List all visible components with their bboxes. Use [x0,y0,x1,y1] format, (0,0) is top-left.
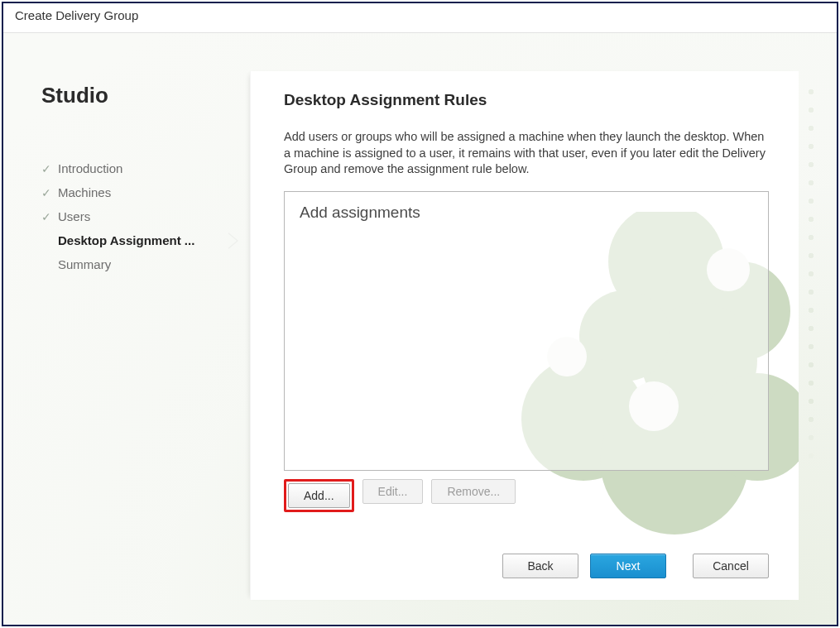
next-button[interactable]: Next [590,554,666,578]
step-users[interactable]: ✓ Users [41,204,225,228]
page-title: Desktop Assignment Rules [284,91,769,109]
check-icon: ✓ [41,163,51,175]
check-icon: ✓ [41,211,51,223]
step-machines[interactable]: ✓ Machines [41,180,225,204]
wizard-sidebar: Studio ✓ Introduction ✓ Machines ✓ Users… [3,33,225,625]
main-panel: Desktop Assignment Rules Add users or gr… [250,71,799,600]
step-label: Introduction [58,161,122,175]
step-introduction[interactable]: ✓ Introduction [41,156,225,180]
page-description: Add users or groups who will be assigned… [284,129,769,178]
step-label: Desktop Assignment ... [58,233,194,247]
studio-heading: Studio [41,83,225,108]
window-title: Create Delivery Group [3,3,837,33]
assignments-listbox[interactable]: Add assignments [284,191,769,471]
step-label: Machines [58,185,111,199]
step-summary[interactable]: ✓ Summary [41,252,225,276]
step-desktop-assignment[interactable]: ✓ Desktop Assignment ... [41,228,225,252]
back-button[interactable]: Back [502,554,578,578]
main-wrap: Desktop Assignment Rules Add users or gr… [225,33,837,625]
add-button[interactable]: Add... [288,483,350,508]
edit-button: Edit... [362,479,424,504]
dialog-window: Create Delivery Group Studio ✓ Introduct… [2,2,838,626]
wizard-footer: Back Next Cancel [284,554,769,578]
add-button-highlight: Add... [284,479,354,512]
cancel-button[interactable]: Cancel [693,554,769,578]
step-label: Users [58,209,90,223]
list-placeholder: Add assignments [300,204,420,221]
step-label: Summary [58,257,111,271]
wizard-steps: ✓ Introduction ✓ Machines ✓ Users ✓ Desk… [41,156,225,276]
content-area: Studio ✓ Introduction ✓ Machines ✓ Users… [3,33,837,625]
check-icon: ✓ [41,187,51,199]
list-button-row: Add... Edit... Remove... [284,479,769,512]
remove-button: Remove... [431,479,516,504]
